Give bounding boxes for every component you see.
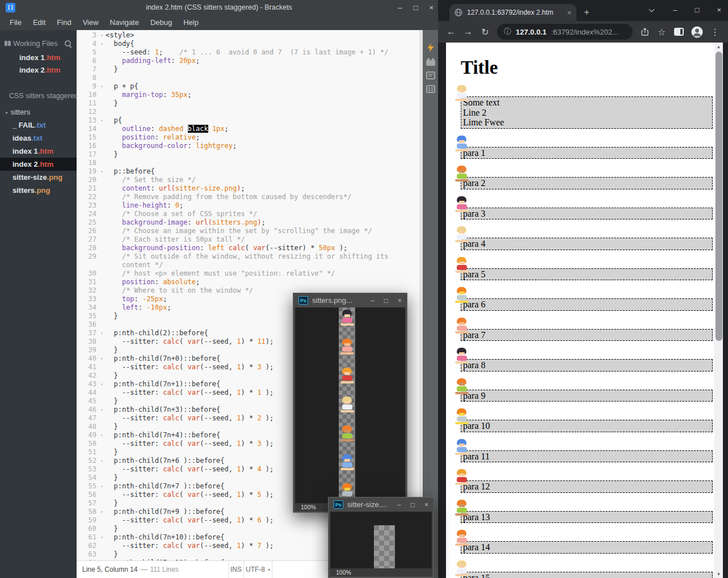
sitter-sprite-s5 (454, 500, 469, 519)
minimize-icon[interactable]: – (673, 5, 677, 15)
close-icon[interactable]: × (424, 501, 428, 509)
scroll-up-icon[interactable]: ▴ (714, 43, 723, 50)
code-line[interactable]: 18 (77, 159, 419, 167)
file-item[interactable]: index 1.htm (0, 145, 77, 158)
ps-titlebar[interactable]: Ps sitter-size.... – □ × (329, 497, 434, 512)
code-line[interactable]: 21 content: url(sitter-size.png); (77, 184, 419, 193)
code-line[interactable]: 6 padding-left: 20px; (77, 57, 419, 65)
tab-close-icon[interactable]: × (567, 9, 571, 17)
scroll-down-icon[interactable]: ▾ (714, 570, 723, 578)
file-item[interactable]: ideas.txt (0, 132, 77, 145)
bookmark-star-icon[interactable]: ☆ (654, 24, 669, 39)
code-line[interactable]: 19▾ p::before{ (77, 167, 419, 176)
brackets-toolbar (423, 30, 438, 578)
code-line[interactable]: 24 /* Choose a set of CSS sprites */ (77, 210, 419, 218)
code-line[interactable]: 16 background-color: lightgrey; (77, 142, 419, 150)
menu-debug[interactable]: Debug (145, 18, 177, 27)
menu-view[interactable]: View (78, 18, 104, 27)
file-item[interactable]: sitter-size.png (0, 171, 77, 184)
sidebar: Working Files index 1.htmindex 2.htm CSS… (0, 30, 77, 578)
code-line[interactable]: 25 background-image: url(sitters.png); (77, 218, 419, 227)
close-icon[interactable]: × (398, 297, 402, 305)
code-line[interactable]: 9▾ p + p{ (77, 82, 419, 91)
code-line[interactable]: 22 /* Remove padding from the bottom cau… (77, 193, 419, 201)
close-icon[interactable]: × (429, 3, 434, 12)
scrollbar-thumb[interactable] (716, 52, 722, 341)
zoom-level[interactable]: 100% (301, 504, 316, 511)
page-content: Title Some textLine 2Lime Fweepara 1para… (446, 43, 714, 578)
code-line[interactable]: 31 position: absolute; (77, 278, 419, 286)
code-line[interactable]: 4▾ body{ (77, 40, 419, 48)
side-panel-icon[interactable] (674, 28, 684, 36)
code-line[interactable]: 5 --seed: 1; /* 1 ... 6 avoid 0 and 7 (7… (77, 48, 419, 57)
address-bar[interactable]: ⓘ 127.0.0.1:63792/index%202... (497, 24, 633, 40)
code-line[interactable]: 10 margin-top: 35px; (77, 91, 419, 99)
file-item[interactable]: sitters.png (0, 184, 77, 197)
code-line[interactable]: content */ (77, 261, 419, 269)
page-scrollbar[interactable]: ▴ ▾ (714, 43, 723, 578)
sitter-sprite-s5 (339, 425, 355, 445)
code-line[interactable]: 20 /* Set the size */ (77, 176, 419, 184)
reload-icon[interactable]: ↻ (478, 24, 493, 39)
code-line[interactable]: 27 /* Each sitter is 50px tall */ (77, 235, 419, 244)
folder-item[interactable]: ▸sitters (0, 106, 77, 119)
profile-icon[interactable] (691, 26, 703, 38)
encoding-selector[interactable]: UTF-8 ▾ (244, 561, 272, 578)
code-line[interactable]: 28 background-position: left calc( var(-… (77, 244, 419, 252)
minimize-icon[interactable]: – (398, 3, 402, 12)
tree-arrow-icon[interactable]: ▸ (6, 109, 9, 115)
maximize-icon[interactable]: □ (384, 297, 388, 305)
close-icon[interactable]: × (717, 5, 721, 15)
menu-help[interactable]: Help (178, 18, 204, 27)
info-icon[interactable]: ⓘ (504, 27, 511, 37)
menu-navigate[interactable]: Navigate (105, 18, 144, 27)
transparent-image-preview (374, 525, 395, 568)
project-switcher[interactable]: CSS sitters staggered (0, 90, 77, 102)
live-preview-icon[interactable] (426, 43, 436, 53)
working-file-item[interactable]: index 2.htm (0, 64, 77, 76)
code-line[interactable]: 14 outline: dashed black 1px; (77, 125, 419, 133)
new-tab-button[interactable]: + (584, 7, 590, 18)
ps-titlebar[interactable]: Ps sitters.png... – □ × (293, 293, 407, 307)
back-icon[interactable]: ← (444, 24, 458, 39)
paragraph: para 15 (461, 572, 713, 578)
file-item[interactable]: _ FAIL .txt (0, 119, 77, 132)
split-view-icon[interactable] (5, 41, 11, 46)
maximize-icon[interactable]: □ (414, 3, 418, 12)
code-line[interactable]: 3▾<style> (77, 31, 419, 40)
menu-dots-icon[interactable]: ⋮ (708, 24, 722, 39)
minimize-icon[interactable]: – (397, 501, 401, 509)
working-file-item[interactable]: index 1.htm (0, 51, 77, 64)
ps-canvas (295, 307, 405, 504)
chevron-down-icon[interactable] (649, 7, 655, 14)
menu-edit[interactable]: Edit (28, 18, 51, 27)
code-line[interactable]: 26 /* Choose an image within the set by … (77, 227, 419, 235)
maximize-icon[interactable]: □ (411, 501, 415, 509)
code-line[interactable]: 29 /* Sit outside of the window, without… (77, 252, 419, 261)
code-line[interactable]: 13▾ p{ (77, 116, 419, 125)
menu-find[interactable]: Find (52, 18, 76, 27)
code-line[interactable]: 7 } (77, 65, 419, 74)
forward-icon[interactable]: → (461, 24, 475, 39)
code-line[interactable]: 8 (77, 74, 419, 82)
menu-file[interactable]: File (5, 18, 27, 27)
code-line[interactable]: 11 } (77, 99, 419, 108)
grid-blocks-icon[interactable] (426, 85, 435, 93)
code-line[interactable]: 23 line-height: 0; (77, 201, 419, 210)
code-line[interactable]: 17 } (77, 150, 419, 159)
search-icon[interactable] (64, 40, 72, 48)
code-line[interactable]: 30 /* host <p> element must use "positio… (77, 269, 419, 278)
code-line[interactable]: 15 position: relative; (77, 133, 419, 142)
zoom-level[interactable]: 100% (336, 569, 351, 576)
share-icon[interactable] (637, 24, 652, 39)
document-lines-icon[interactable] (426, 71, 435, 79)
sitter-sprite-s6 (454, 136, 469, 155)
minimize-icon[interactable]: – (371, 297, 374, 305)
fold-arrow-icon: ▾ (98, 457, 106, 465)
extension-manager-icon[interactable] (426, 60, 435, 66)
maximize-icon[interactable]: □ (695, 5, 700, 15)
browser-tab[interactable]: 127.0.0.1:63792/index 2.htm × (449, 4, 576, 21)
file-item[interactable]: index 2.htm (0, 158, 77, 171)
code-line[interactable]: 12 (77, 108, 419, 116)
insert-mode-indicator[interactable]: INS (228, 561, 244, 578)
